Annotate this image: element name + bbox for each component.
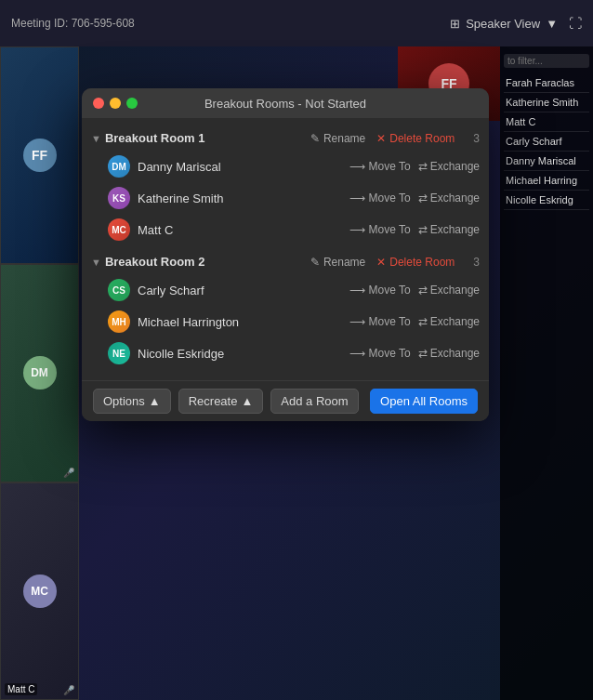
exchange-button[interactable]: ⇄ Exchange bbox=[418, 284, 480, 297]
rename-icon: ✎ bbox=[310, 132, 320, 145]
delete-label: Delete Room bbox=[389, 132, 455, 145]
move-to-label: Move To bbox=[368, 192, 410, 205]
room-1-count: 3 bbox=[473, 132, 480, 145]
move-to-button[interactable]: ⟶ Move To bbox=[349, 223, 410, 236]
right-panel-participant-0: Farah Faraclas bbox=[504, 73, 589, 93]
right-panel-participant-2: Matt C bbox=[504, 112, 589, 132]
participant-actions: ⟶ Move To ⇄ Exchange bbox=[349, 284, 480, 297]
exchange-label: Exchange bbox=[430, 192, 480, 205]
move-to-icon: ⟶ bbox=[349, 347, 365, 360]
exchange-icon: ⇄ bbox=[418, 284, 428, 297]
table-row: DM Danny Mariscal ⟶ Move To ⇄ Exchange bbox=[82, 151, 489, 182]
video-tile-3: MC Matt C 🎤 bbox=[0, 482, 79, 700]
exchange-icon: ⇄ bbox=[418, 315, 428, 328]
avatar: KS bbox=[108, 187, 130, 209]
exchange-label: Exchange bbox=[430, 347, 480, 360]
participant-name: Katherine Smith bbox=[138, 192, 349, 205]
room-2-rename-button[interactable]: ✎ Rename bbox=[310, 256, 365, 269]
participant-name: Michael Harrington bbox=[138, 315, 349, 329]
open-all-rooms-button[interactable]: Open All Rooms bbox=[370, 389, 478, 414]
room-section-1: ▼ Breakout Room 1 ✎ Rename ✕ Delete Room… bbox=[82, 125, 489, 245]
table-row: NE Nicolle Eskridge ⟶ Move To ⇄ Exchange bbox=[82, 337, 489, 369]
avatar: MC bbox=[108, 218, 130, 241]
exchange-icon: ⇄ bbox=[418, 160, 428, 173]
exchange-icon: ⇄ bbox=[418, 223, 428, 236]
options-button[interactable]: Options ▲ bbox=[93, 389, 171, 414]
options-label: Options bbox=[103, 394, 145, 408]
speaker-view-chevron-icon: ▼ bbox=[546, 17, 558, 31]
exchange-label: Exchange bbox=[430, 284, 480, 297]
speaker-view-label: Speaker View bbox=[466, 17, 540, 31]
room-section-2: ▼ Breakout Room 2 ✎ Rename ✕ Delete Room… bbox=[82, 249, 489, 369]
exchange-button[interactable]: ⇄ Exchange bbox=[418, 347, 480, 360]
move-to-button[interactable]: ⟶ Move To bbox=[349, 160, 410, 173]
exchange-button[interactable]: ⇄ Exchange bbox=[418, 192, 480, 205]
room-2-actions: ✎ Rename ✕ Delete Room 3 bbox=[310, 256, 480, 269]
participant-actions: ⟶ Move To ⇄ Exchange bbox=[349, 315, 480, 328]
video-tile-2: DM 🎤 bbox=[0, 264, 79, 482]
delete-icon: ✕ bbox=[376, 132, 386, 145]
room-1-rename-button[interactable]: ✎ Rename bbox=[310, 132, 365, 145]
right-panel-participant-6: Nicolle Eskridg bbox=[504, 191, 589, 210]
table-row: MC Matt C ⟶ Move To ⇄ Exchange bbox=[82, 214, 489, 245]
move-to-label: Move To bbox=[368, 284, 410, 297]
exchange-label: Exchange bbox=[430, 223, 480, 236]
avatar: MH bbox=[108, 310, 130, 333]
move-to-icon: ⟶ bbox=[349, 192, 365, 205]
room-2-chevron-icon[interactable]: ▼ bbox=[91, 257, 101, 268]
room-1-name: Breakout Room 1 bbox=[105, 131, 310, 145]
maximize-button[interactable] bbox=[126, 98, 138, 109]
exchange-label: Exchange bbox=[430, 160, 480, 173]
right-panel-participant-4: Danny Mariscal bbox=[504, 152, 589, 171]
filter-input[interactable] bbox=[504, 54, 589, 68]
open-rooms-label: Open All Rooms bbox=[380, 394, 468, 408]
dialog-titlebar: Breakout Rooms - Not Started bbox=[82, 88, 489, 118]
room-2-name: Breakout Room 2 bbox=[105, 255, 310, 269]
room-1-chevron-icon[interactable]: ▼ bbox=[91, 133, 101, 144]
rename-label: Rename bbox=[323, 256, 365, 269]
participant-name: Danny Mariscal bbox=[138, 160, 349, 174]
fullscreen-button[interactable]: ⛶ bbox=[569, 16, 582, 31]
close-button[interactable] bbox=[93, 98, 104, 109]
recreate-label: Recreate bbox=[189, 394, 238, 408]
exchange-icon: ⇄ bbox=[418, 347, 428, 360]
room-1-delete-button[interactable]: ✕ Delete Room bbox=[376, 132, 455, 145]
avatar: NE bbox=[108, 342, 130, 364]
participant-actions: ⟶ Move To ⇄ Exchange bbox=[349, 192, 480, 205]
speaker-view-button[interactable]: ⊞ Speaker View ▼ bbox=[450, 17, 558, 31]
rename-label: Rename bbox=[323, 132, 365, 145]
mic-muted-icon-3: 🎤 bbox=[63, 685, 74, 695]
add-room-button[interactable]: Add a Room bbox=[270, 389, 358, 414]
move-to-label: Move To bbox=[368, 347, 410, 360]
add-room-label: Add a Room bbox=[281, 394, 348, 408]
minimize-button[interactable] bbox=[110, 98, 121, 109]
delete-label: Delete Room bbox=[389, 256, 455, 269]
move-to-label: Move To bbox=[368, 315, 410, 328]
move-to-button[interactable]: ⟶ Move To bbox=[349, 347, 410, 360]
dialog-footer: Options ▲ Recreate ▲ Add a Room Open All… bbox=[82, 380, 489, 421]
move-to-button[interactable]: ⟶ Move To bbox=[349, 192, 410, 205]
right-panel-participant-3: Carly Scharf bbox=[504, 132, 589, 152]
right-panel-participant-1: Katherine Smith bbox=[504, 93, 589, 112]
exchange-button[interactable]: ⇄ Exchange bbox=[418, 223, 480, 236]
move-to-icon: ⟶ bbox=[349, 160, 365, 173]
move-to-icon: ⟶ bbox=[349, 223, 365, 236]
exchange-button[interactable]: ⇄ Exchange bbox=[418, 160, 480, 173]
participant-actions: ⟶ Move To ⇄ Exchange bbox=[349, 223, 480, 236]
move-to-label: Move To bbox=[368, 223, 410, 236]
exchange-icon: ⇄ bbox=[418, 192, 428, 205]
right-panel-participant-5: Michael Harring bbox=[504, 171, 589, 191]
speaker-view-icon: ⊞ bbox=[450, 17, 460, 31]
participant-actions: ⟶ Move To ⇄ Exchange bbox=[349, 160, 480, 173]
room-2-delete-button[interactable]: ✕ Delete Room bbox=[376, 256, 455, 269]
exchange-button[interactable]: ⇄ Exchange bbox=[418, 315, 480, 328]
video-tiles-panel: FF DM 🎤 MC Matt C 🎤 bbox=[0, 46, 79, 700]
move-to-button[interactable]: ⟶ Move To bbox=[349, 315, 410, 328]
recreate-chevron-icon: ▲ bbox=[241, 394, 253, 408]
move-to-button[interactable]: ⟶ Move To bbox=[349, 284, 410, 297]
breakout-rooms-dialog: Breakout Rooms - Not Started ▼ Breakout … bbox=[82, 88, 489, 421]
participant-actions: ⟶ Move To ⇄ Exchange bbox=[349, 347, 480, 360]
participants-panel: Farah Faraclas Katherine Smith Matt C Ca… bbox=[500, 46, 593, 700]
avatar: CS bbox=[108, 279, 130, 301]
recreate-button[interactable]: Recreate ▲ bbox=[178, 389, 264, 414]
